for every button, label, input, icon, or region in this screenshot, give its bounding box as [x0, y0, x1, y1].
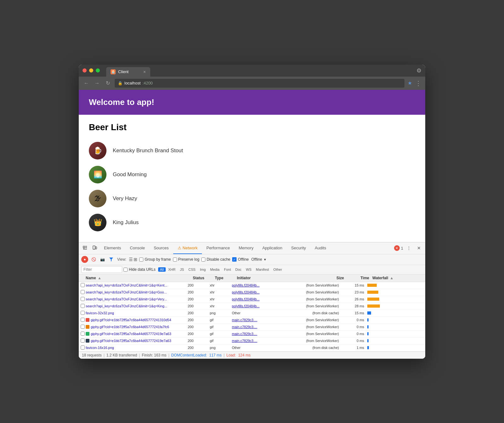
address-input[interactable]: 🔒 localhost:4200 — [115, 79, 404, 88]
filter-input[interactable] — [81, 266, 122, 273]
devtools-tabs: Elements Console Sources ⚠Network Perfor… — [100, 242, 393, 254]
filter-type-doc[interactable]: Doc — [233, 267, 243, 272]
row-checkbox[interactable] — [81, 304, 86, 309]
filter-type-buttons: AllXHRJSCSSImgMediaFontDocWSManifestOthe… — [158, 267, 284, 272]
col-waterfall[interactable]: Waterfall ▲ — [372, 276, 423, 280]
table-row[interactable]: giphy.gif?cid=e1bb72ff5a7c6ba44d65777241… — [79, 338, 425, 345]
row-size: (from disk cache) — [301, 346, 342, 350]
waterfall-bar — [367, 291, 378, 294]
devtools-close-button[interactable]: ✕ — [415, 244, 423, 252]
table-row[interactable]: favicon-16x16.png 200 png Other (from di… — [79, 345, 425, 351]
filter-type-img[interactable]: Img — [198, 267, 208, 272]
devtools-more-button[interactable]: ⋮ — [404, 244, 413, 252]
filter-type-manifest[interactable]: Manifest — [254, 267, 271, 272]
row-time: 0 ms — [342, 339, 367, 343]
record-button[interactable]: ● — [81, 256, 88, 263]
row-checkbox[interactable] — [81, 311, 86, 316]
col-time[interactable]: Time — [347, 276, 372, 280]
minimize-traffic-light[interactable] — [89, 68, 93, 72]
filter-type-media[interactable]: Media — [208, 267, 221, 272]
tab-audits[interactable]: Audits — [310, 242, 330, 254]
col-size[interactable]: Size — [306, 276, 347, 280]
grid-view-icon[interactable]: ⊞ — [134, 257, 137, 262]
tab-memory[interactable]: Memory — [234, 242, 258, 254]
table-row[interactable]: search?api_key=dc6zaTOxFJmzC&limit=1&q=V… — [79, 296, 425, 303]
row-checkbox[interactable] — [81, 283, 86, 288]
filter-type-ws[interactable]: WS — [244, 267, 254, 272]
offline-value: Offline — [251, 257, 262, 262]
row-time: 1 ms — [342, 346, 367, 350]
filter-type-js[interactable]: JS — [178, 267, 186, 272]
transferred-size: 1.2 KB transferred — [106, 353, 137, 357]
error-count: 1 — [401, 246, 403, 251]
row-checkbox[interactable] — [81, 325, 86, 329]
row-checkbox[interactable] — [81, 290, 86, 295]
tab-elements[interactable]: Elements — [100, 242, 125, 254]
maximize-traffic-light[interactable] — [96, 68, 100, 72]
filter-type-css[interactable]: CSS — [186, 267, 198, 272]
menu-icon[interactable]: ⋮ — [415, 79, 421, 87]
row-checkbox[interactable] — [81, 297, 86, 302]
table-row[interactable]: search?api_key=dc6zaTOxFJmzC&limit=1&q=K… — [79, 282, 425, 289]
browser-tab[interactable]: 🧁 Client × — [106, 67, 150, 77]
app-content: Beer List 🍺 Kentucky Brunch Brand Stout … — [79, 115, 425, 242]
waterfall-bar — [367, 284, 377, 287]
filter-type-font[interactable]: Font — [222, 267, 233, 272]
reload-button[interactable]: ↻ — [104, 80, 112, 86]
table-row[interactable]: giphy.gif?cid=e1bb72ff5a7c6ba44d65777241… — [79, 331, 425, 338]
row-size: (from disk cache) — [301, 311, 342, 315]
filter-type-all[interactable]: All — [158, 267, 166, 272]
row-checkbox[interactable] — [81, 345, 86, 350]
list-view-icon[interactable]: ☰ — [129, 257, 133, 262]
devtools-device-button[interactable] — [90, 244, 99, 252]
filter-type-other[interactable]: Other — [272, 267, 284, 272]
col-type[interactable]: Type — [215, 276, 237, 280]
row-initiator: Other — [232, 311, 301, 315]
row-checkbox[interactable] — [81, 318, 86, 322]
tab-sources[interactable]: Sources — [149, 242, 173, 254]
disable-cache-checkbox[interactable] — [201, 258, 205, 262]
offline-dropdown-icon[interactable]: ▼ — [263, 258, 266, 261]
row-checkbox[interactable] — [81, 339, 86, 343]
row-type: gif — [210, 318, 232, 322]
screenshot-button[interactable]: 📷 — [99, 256, 106, 263]
beer-avatar: 👑 — [89, 214, 106, 231]
tab-application[interactable]: Application — [258, 242, 287, 254]
beer-avatar: 🍺 — [89, 142, 106, 159]
close-traffic-light[interactable] — [83, 68, 87, 72]
col-status[interactable]: Status — [193, 276, 215, 280]
preserve-log-checkbox[interactable] — [173, 258, 177, 262]
row-checkbox[interactable] — [81, 332, 86, 336]
beer-list-item: 🍺 Kentucky Brunch Brand Stout — [89, 139, 415, 163]
col-name[interactable]: Name ▲ — [86, 276, 193, 280]
col-initiator[interactable]: Initiator — [237, 276, 306, 280]
url-text: localhost — [124, 81, 140, 85]
table-row[interactable]: search?api_key=dc6zaTOxFJmzC&limit=1&q=K… — [79, 303, 425, 310]
beer-name: Good Morning — [113, 171, 147, 178]
hide-data-urls-checkbox[interactable] — [123, 268, 128, 272]
tab-network[interactable]: ⚠Network — [173, 242, 202, 254]
waterfall-bar — [367, 325, 369, 328]
devtools-inspect-button[interactable] — [81, 244, 89, 252]
forward-button[interactable]: → — [93, 80, 101, 86]
row-initiator: main.c7829c3.... — [232, 318, 301, 322]
bookmark-icon[interactable]: ★ — [408, 80, 412, 86]
stop-button[interactable]: 🚫 — [90, 256, 97, 263]
back-button[interactable]: ← — [83, 80, 90, 86]
filter-button[interactable] — [108, 256, 115, 263]
tab-console[interactable]: Console — [125, 242, 149, 254]
table-row[interactable]: giphy.gif?cid=e1bb72ff5a7c6ba44d65777241… — [79, 317, 425, 324]
tab-performance[interactable]: Performance — [202, 242, 234, 254]
filter-type-xhr[interactable]: XHR — [166, 267, 177, 272]
row-name: search?api_key=dc6zaTOxFJmzC&limit=1&q=V… — [86, 297, 188, 301]
table-row[interactable]: giphy.gif?cid=e1bb72ff5a7c6ba44d65777241… — [79, 324, 425, 331]
table-row[interactable]: search?api_key=dc6zaTOxFJmzC&limit=1&q=G… — [79, 289, 425, 296]
tab-security[interactable]: Security — [287, 242, 310, 254]
table-row[interactable]: favicon-32x32.png 200 png Other (from di… — [79, 310, 425, 317]
tab-close-button[interactable]: × — [143, 69, 146, 74]
finish-time: Finish: 163 ms — [142, 353, 166, 357]
offline-checkbox[interactable]: ✓ — [232, 257, 237, 262]
network-warning-icon: ⚠ — [178, 246, 181, 250]
group-by-frame-checkbox[interactable] — [139, 258, 143, 262]
beer-avatar: 🌫 — [89, 190, 106, 207]
